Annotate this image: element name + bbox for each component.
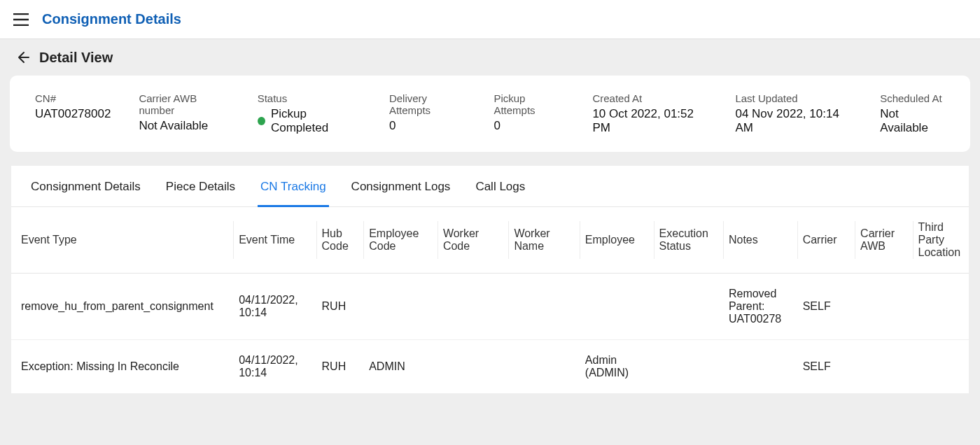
summary-carrier-awb-value: Not Available	[139, 119, 229, 133]
th-third-party-location: Third Party Location	[913, 207, 969, 274]
th-carrier: Carrier	[797, 207, 855, 274]
page-title: Consignment Details	[42, 11, 181, 27]
cell-worker-code	[438, 340, 508, 394]
summary-scheduled-at-value: Not Available	[880, 107, 945, 135]
summary-created-at: Created At 10 Oct 2022, 01:52 PM	[592, 92, 707, 135]
summary-delivery-attempts-value: 0	[389, 119, 466, 133]
cell-hub-code: RUH	[316, 274, 364, 340]
tracking-table: Event Type Event Time Hub Code Employee …	[11, 207, 969, 394]
cell-employee: Admin (ADMIN)	[580, 340, 654, 394]
cell-hub-code: RUH	[316, 340, 364, 394]
cell-carrier-awb	[855, 274, 912, 340]
menu-icon[interactable]	[11, 10, 31, 29]
th-worker-code: Worker Code	[438, 207, 508, 274]
tab-piece-details[interactable]: Piece Details	[153, 166, 248, 206]
status-dot-icon	[258, 117, 265, 125]
summary-status-value: Pickup Completed	[271, 107, 361, 135]
summary-last-updated-value: 04 Nov 2022, 10:14 AM	[735, 107, 852, 135]
summary-carrier-awb: Carrier AWB number Not Available	[139, 92, 229, 135]
cell-employee-code: ADMIN	[363, 340, 438, 394]
th-event-type: Event Type	[11, 207, 233, 274]
th-carrier-awb: Carrier AWB	[855, 207, 912, 274]
cell-carrier: SELF	[797, 340, 855, 394]
summary-cn-label: CN#	[35, 92, 111, 104]
summary-pickup-attempts-label: Pickup Attempts	[493, 92, 564, 116]
th-employee-code: Employee Code	[363, 207, 438, 274]
summary-cn-value: UAT00278002	[35, 107, 111, 121]
cell-3pl	[913, 274, 969, 340]
cell-event-time: 04/11/2022, 10:14	[233, 340, 316, 394]
cell-employee	[580, 274, 654, 340]
summary-card: CN# UAT00278002 Carrier AWB number Not A…	[10, 76, 970, 152]
summary-created-at-value: 10 Oct 2022, 01:52 PM	[592, 107, 707, 135]
summary-created-at-label: Created At	[592, 92, 707, 104]
summary-delivery-attempts-label: Delivery Attempts	[389, 92, 466, 116]
cell-carrier-awb	[855, 340, 912, 394]
table-row: remove_hu_from_parent_consignment 04/11/…	[11, 274, 969, 340]
subheader-title: Detail View	[39, 50, 113, 66]
summary-status-label: Status	[258, 92, 361, 104]
tab-consignment-details[interactable]: Consignment Details	[18, 166, 153, 206]
cell-event-time: 04/11/2022, 10:14	[233, 274, 316, 340]
summary-last-updated: Last Updated 04 Nov 2022, 10:14 AM	[735, 92, 852, 135]
cell-event-type: remove_hu_from_parent_consignment	[11, 274, 233, 340]
summary-delivery-attempts: Delivery Attempts 0	[389, 92, 466, 135]
summary-pickup-attempts: Pickup Attempts 0	[493, 92, 564, 135]
tab-cn-tracking[interactable]: CN Tracking	[248, 166, 339, 206]
summary-scheduled-at-label: Scheduled At	[880, 92, 945, 104]
summary-cn: CN# UAT00278002	[35, 92, 111, 135]
tabs: Consignment Details Piece Details CN Tra…	[11, 166, 969, 207]
th-employee: Employee	[580, 207, 654, 274]
back-arrow-icon[interactable]	[14, 49, 31, 66]
table-header-row: Event Type Event Time Hub Code Employee …	[11, 207, 969, 274]
summary-pickup-attempts-value: 0	[493, 119, 564, 133]
th-execution-status: Execution Status	[654, 207, 723, 274]
subheader: Detail View	[0, 39, 980, 76]
th-worker-name: Worker Name	[508, 207, 579, 274]
th-event-time: Event Time	[233, 207, 316, 274]
summary-carrier-awb-label: Carrier AWB number	[139, 92, 229, 116]
table-row: Exception: Missing In Reconcile 04/11/20…	[11, 340, 969, 394]
th-hub-code: Hub Code	[316, 207, 364, 274]
th-notes: Notes	[723, 207, 797, 274]
tabs-card: Consignment Details Piece Details CN Tra…	[11, 166, 969, 394]
cell-worker-name	[508, 274, 579, 340]
tab-call-logs[interactable]: Call Logs	[463, 166, 538, 206]
cell-worker-name	[508, 340, 579, 394]
cell-notes	[723, 340, 797, 394]
cell-execution-status	[654, 340, 723, 394]
tab-consignment-logs[interactable]: Consignment Logs	[339, 166, 463, 206]
top-bar: Consignment Details	[0, 0, 980, 39]
cell-3pl	[913, 340, 969, 394]
cell-worker-code	[438, 274, 508, 340]
cell-notes: Removed Parent: UAT00278	[723, 274, 797, 340]
cell-employee-code	[363, 274, 438, 340]
summary-last-updated-label: Last Updated	[735, 92, 852, 104]
cell-carrier: SELF	[797, 274, 855, 340]
cell-execution-status	[654, 274, 723, 340]
cell-event-type: Exception: Missing In Reconcile	[11, 340, 233, 394]
summary-scheduled-at: Scheduled At Not Available	[880, 92, 945, 135]
summary-status: Status Pickup Completed	[258, 92, 361, 135]
